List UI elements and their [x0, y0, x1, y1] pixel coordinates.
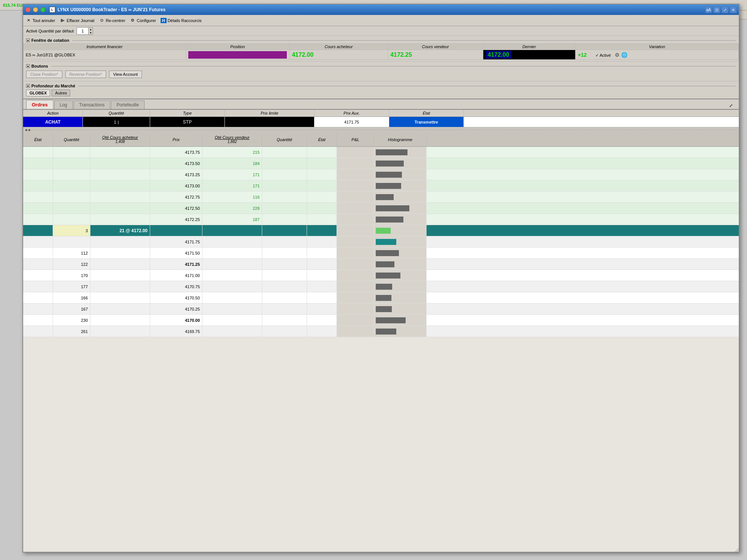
depth-price: 4171.75 [150, 236, 202, 247]
depth-pl [337, 292, 374, 303]
restore-button[interactable]: ⊡ [713, 6, 720, 13]
depth-price: 4171.50 [150, 248, 202, 258]
minimize-button[interactable] [33, 7, 38, 12]
quantity-spinbox[interactable]: 1 ▲ ▼ [77, 27, 93, 35]
hotkeys-button[interactable]: H Détails Raccourcis [161, 18, 202, 23]
depth-qty: 122 [53, 259, 90, 270]
boutons-toggle[interactable]: ● [26, 64, 30, 68]
order-aux-cell: 4171.75 [314, 117, 389, 127]
depth-bid-qty [90, 304, 150, 314]
lynx-icon: L [49, 7, 55, 13]
depth-row[interactable]: 112 4171.50 [23, 248, 739, 259]
depth-qty2 [262, 292, 307, 303]
view-account-button[interactable]: View Account [109, 71, 142, 78]
close-position-button[interactable]: Close Position* [26, 71, 62, 78]
depth-qty2 [262, 225, 307, 236]
col-last: Dernier [483, 44, 576, 50]
depth-pl [337, 270, 374, 281]
order-qty-value: 1 [114, 120, 116, 124]
depth-bid-qty [90, 203, 150, 214]
depth-etat2 [307, 315, 337, 326]
tab-portefeuille[interactable]: Portefeuille [111, 100, 145, 109]
profondeur-toggle[interactable]: ● [26, 84, 30, 88]
depth-row[interactable]: 170 4171.00 [23, 270, 739, 281]
maximize-button[interactable] [40, 7, 46, 12]
depth-qty [53, 214, 90, 225]
depth-qty2 [262, 203, 307, 214]
depth-row[interactable]: 230 4170.00 [23, 315, 739, 326]
cotation-title: Fenêtre de cotation [31, 38, 69, 43]
tab-transactions[interactable]: Transactions [74, 100, 110, 109]
depth-row[interactable]: 167 4170.25 [23, 304, 739, 315]
depth-ask-qty: 228 [202, 203, 262, 214]
profondeur-section: ● Profondeur du Marché GLOBEX Autres [23, 81, 739, 99]
depth-ask-qty [202, 236, 262, 247]
depth-etat2 [307, 180, 337, 191]
cotation-section-line [72, 40, 736, 41]
col-variation: Variation [576, 44, 739, 50]
cotation-instrument-cell: ES ∞ Jun18'21 @GLOBEX [24, 50, 186, 60]
aa-button[interactable]: aA [705, 6, 712, 13]
depth-bid-qty [90, 180, 150, 191]
depth-etat2 [307, 225, 337, 236]
resize-handle[interactable] [731, 544, 739, 552]
depth-etat [23, 169, 53, 180]
order-etat-cell[interactable]: Transmettre [389, 117, 464, 127]
depth-hist [374, 326, 427, 337]
boutons-section: ● Boutons Close Position* Reverse Positi… [23, 62, 739, 81]
cotation-instrument-name: ES ∞ Jun18'21 @GLOBEX [26, 53, 75, 57]
depth-row[interactable]: 4173.25 171 [23, 169, 739, 180]
depth-etat [23, 147, 53, 158]
close-button[interactable] [25, 7, 31, 12]
depth-qty2 [262, 326, 307, 337]
depth-ask-qty: 184 [202, 158, 262, 169]
depth-row[interactable]: 177 4170.75 [23, 281, 739, 292]
recentrer-label: Re-centrer [106, 18, 125, 23]
depth-bid-qty [90, 248, 150, 258]
tout-annuler-button[interactable]: ✕ Tout annuler [25, 18, 55, 24]
depth-pl [337, 315, 374, 326]
tab-ordres[interactable]: Ordres [26, 100, 53, 109]
configurer-button[interactable]: ⚙ Configurer [130, 18, 156, 24]
depth-bid-qty[interactable]: 21 @ 4172.00 [90, 225, 150, 236]
close-x-button[interactable]: ✕ [730, 6, 737, 13]
depth-row[interactable]: 122 4171.25 [23, 259, 739, 270]
cotation-icons[interactable]: ⚙ 🌐 [615, 52, 627, 58]
left-balance-label: 615.74 EUR [3, 3, 25, 7]
effacer-journal-button[interactable]: Effacer Journal [60, 18, 94, 24]
depth-row[interactable]: 4171.75 [23, 236, 739, 248]
resize-icon-top[interactable]: ⤢ [726, 102, 736, 109]
order-type-cell: STP [150, 117, 225, 127]
tab-globex[interactable]: GLOBEX [26, 90, 50, 96]
depth-etat2 [307, 236, 337, 247]
depth-row[interactable]: 4173.00 171 [23, 180, 739, 192]
depth-etat [23, 304, 53, 314]
fullscreen-button[interactable]: ⤢ [722, 6, 728, 13]
depth-row[interactable]: 4173.75 215 [23, 147, 739, 158]
cotation-section: ● Fenêtre de cotation Instrument financi… [23, 36, 739, 62]
depth-row[interactable]: 4172.25 187 [23, 214, 739, 225]
depth-row[interactable]: 4173.50 184 [23, 158, 739, 169]
depth-row[interactable]: 166 4170.50 [23, 292, 739, 304]
qty-up-arrow[interactable]: ▲ [88, 28, 93, 31]
depth-row[interactable]: 261 4169.75 [23, 326, 739, 337]
qty-arrows[interactable]: ▲ ▼ [88, 28, 93, 34]
depth-qty [53, 203, 90, 214]
depth-price: 4173.75 [150, 147, 202, 158]
depth-etat2 [307, 192, 337, 202]
depth-qty [53, 169, 90, 180]
depth-etat [23, 259, 53, 270]
depth-row[interactable]: 4172.75 116 [23, 192, 739, 203]
qty-down-arrow[interactable]: ▼ [88, 31, 93, 34]
tab-log[interactable]: Log [54, 100, 73, 109]
reverse-position-button[interactable]: Reverse Position* [65, 71, 106, 78]
depth-row[interactable]: 3 21 @ 4172.00 [23, 225, 739, 236]
depth-qty2 [262, 315, 307, 326]
recentrer-button[interactable]: ⊙ Re-centrer [99, 18, 125, 24]
depth-qty: 3 [53, 225, 90, 236]
depth-row[interactable]: 4172.50 228 [23, 203, 739, 214]
tab-autres[interactable]: Autres [52, 90, 70, 96]
depth-ask-qty [202, 304, 262, 314]
depth-hist [374, 225, 427, 236]
cotation-toggle[interactable]: ● [26, 38, 30, 42]
